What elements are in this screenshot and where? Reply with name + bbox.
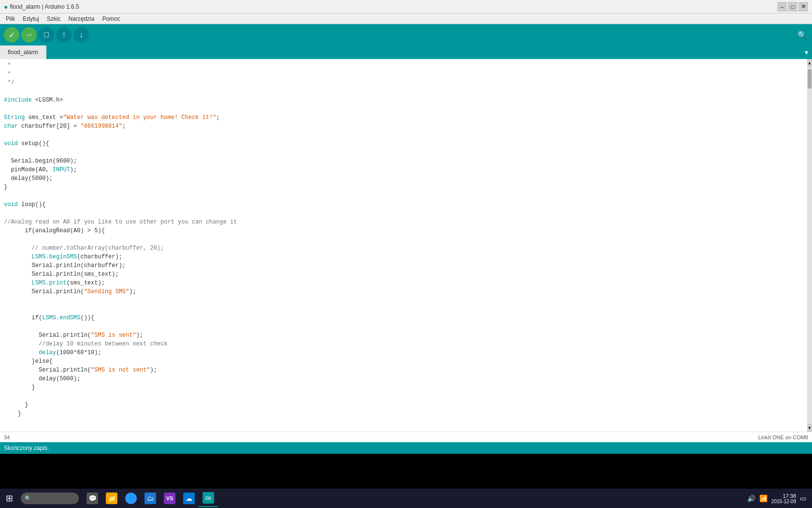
show-desktop[interactable]: ▭ <box>800 494 806 502</box>
scroll-thumb[interactable] <box>808 69 812 89</box>
line-info-bar: 34 LinkIt ONE on COM8 <box>0 432 812 442</box>
menu-plik[interactable]: Plik <box>2 15 19 23</box>
scroll-track[interactable] <box>807 67 812 424</box>
code-line: //Analog read on A0 if you like to use o… <box>0 218 807 226</box>
task-explorer[interactable]: 🗂 <box>141 490 160 507</box>
task-arduino[interactable]: ∞ <box>199 490 218 507</box>
board-info: LinkIt ONE on COM8 <box>758 434 808 440</box>
code-line: pinMode(A0, INPUT); <box>0 165 807 174</box>
code-line <box>0 296 807 305</box>
code-line: Serial.println(charbuffer); <box>0 261 807 270</box>
code-line <box>0 392 807 401</box>
code-line: char charbuffer[20] = "6661998814"; <box>0 122 807 131</box>
line-number-label: 34 <box>4 434 10 440</box>
code-line: delay(5000); <box>0 374 807 383</box>
tab-dropdown-button[interactable]: ▾ <box>801 45 812 59</box>
tray-volume[interactable]: 🔊 <box>747 494 755 502</box>
terminal-area <box>0 454 812 489</box>
code-line: Serial.begin(9600); <box>0 157 807 165</box>
start-button[interactable]: ⊞ <box>2 490 17 507</box>
app-icon: ● <box>4 3 8 11</box>
code-line: } <box>0 383 807 392</box>
verify-button[interactable]: ✓ <box>4 27 19 43</box>
code-line: Serial.println("SMS is not sent"); <box>0 366 807 374</box>
clock-date: 2015-12-09 <box>771 499 796 504</box>
code-line: void setup(){ <box>0 139 807 148</box>
task-chrome[interactable]: 🌐 <box>121 490 141 507</box>
code-line: } <box>0 183 807 192</box>
code-line: * <box>0 61 807 70</box>
code-line <box>0 235 807 244</box>
maximize-button[interactable]: □ <box>788 2 798 12</box>
open-button[interactable]: ↑ <box>56 27 72 43</box>
upload-button[interactable]: → <box>21 27 37 43</box>
title-text: flood_alarm | Arduino 1.6.5 <box>10 3 79 10</box>
code-line: LSMS.print(sms_text); <box>0 279 807 287</box>
title-bar: ● flood_alarm | Arduino 1.6.5 – □ ✕ <box>0 0 812 14</box>
search-button[interactable]: 🔍 <box>797 29 808 41</box>
scroll-up-arrow[interactable]: ▲ <box>807 59 812 67</box>
code-line <box>0 209 807 218</box>
code-line: } <box>0 401 807 409</box>
code-line: Serial.println("SMS is sent"); <box>0 331 807 340</box>
close-button[interactable]: ✕ <box>798 2 808 12</box>
tab-bar: flood_alarm ▾ <box>0 45 812 59</box>
clock: 17:38 2015-12-09 <box>771 493 796 504</box>
code-line <box>0 322 807 331</box>
editor-content: * * */ #include <LGSM.h> String sms_text… <box>0 59 807 420</box>
menu-bar: Plik Edytuj Szkic Narzędzia Pomoc <box>0 14 812 24</box>
new-button[interactable]: □ <box>39 27 54 43</box>
code-line: delay(5000); <box>0 174 807 183</box>
task-cortana[interactable]: 💬 <box>83 490 102 507</box>
code-line: #include <LGSM.h> <box>0 96 807 105</box>
code-line: LSMS.beginSMS(charbuffer); <box>0 253 807 261</box>
status-message: Skończony zapis. <box>4 445 49 451</box>
code-line: void loop(){ <box>0 200 807 209</box>
scroll-down-arrow[interactable]: ▼ <box>807 424 812 432</box>
code-line <box>0 105 807 113</box>
code-line: * <box>0 70 807 78</box>
editor-scroll[interactable]: * * */ #include <LGSM.h> String sms_text… <box>0 59 807 432</box>
code-line: }else{ <box>0 357 807 366</box>
search-taskbar-button[interactable]: 🔍 <box>17 490 83 507</box>
code-line: if(analogRead(A0) > 5){ <box>0 226 807 235</box>
task-vs[interactable]: VS <box>160 490 179 507</box>
code-line: if(LSMS.endSMS()){ <box>0 314 807 322</box>
editor-container: * * */ #include <LGSM.h> String sms_text… <box>0 59 812 432</box>
code-line: //delay 10 minutes between next check <box>0 340 807 348</box>
tray-network[interactable]: 📶 <box>759 494 768 502</box>
code-line <box>0 305 807 314</box>
code-line <box>0 148 807 157</box>
task-onedrive[interactable]: ☁ <box>179 490 199 507</box>
status-bar: Skończony zapis. <box>0 442 812 454</box>
scrollbar[interactable]: ▲ ▼ <box>807 59 812 432</box>
code-line <box>0 87 807 96</box>
task-file-explorer[interactable]: 📁 <box>102 490 121 507</box>
toolbar: ✓ → □ ↑ ↓ 🔍 <box>0 24 812 45</box>
taskbar: ⊞ 🔍 💬 📁 🌐 🗂 VS ☁ ∞ 🔊 📶 17:38 2015-12-09 … <box>0 489 812 508</box>
code-line: Serial.println("Sending SMS"); <box>0 287 807 296</box>
clock-time: 17:38 <box>771 493 796 499</box>
code-line: Serial.println(sms_text); <box>0 270 807 279</box>
menu-narzedzia[interactable]: Narzędzia <box>64 15 98 23</box>
code-line <box>0 192 807 200</box>
taskbar-right: 🔊 📶 17:38 2015-12-09 ▭ <box>747 493 810 504</box>
tab-flood-alarm[interactable]: flood_alarm <box>0 45 46 59</box>
minimize-button[interactable]: – <box>777 2 787 12</box>
code-line: */ <box>0 78 807 87</box>
code-line: String sms_text ="Water was detected in … <box>0 113 807 122</box>
code-line <box>0 131 807 139</box>
save-button[interactable]: ↓ <box>73 27 89 43</box>
code-line: delay(1000*60*10); <box>0 348 807 357</box>
menu-szkic[interactable]: Szkic <box>43 15 65 23</box>
menu-pomoc[interactable]: Pomoc <box>98 15 124 23</box>
code-line: } <box>0 409 807 418</box>
menu-edytuj[interactable]: Edytuj <box>19 15 43 23</box>
code-line: // number.toCharArray(charbuffer, 20); <box>0 244 807 253</box>
